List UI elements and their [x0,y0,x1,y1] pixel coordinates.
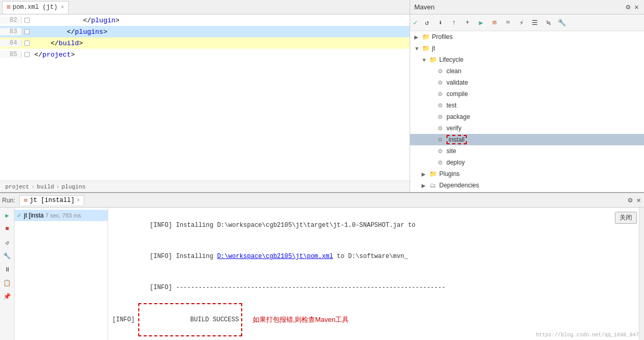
run-copy-btn[interactable]: 📋 [2,277,13,289]
maven-check-icon: ✓ [413,18,417,27]
breadcrumb: project › build › plugins [0,181,410,192]
console-line-2: [INFO] Installing D:\workspace\cgb2105\j… [112,241,640,272]
tree-arrow-dependencies: ▶ [422,183,429,188]
line-code-84: </build> [32,39,83,47]
run-panel: Run: m jt [install] × ⚙ ✕ ▶ ■ ↺ 🔧 ⏸ 📋 📌 … [0,192,644,340]
editor-content: 82 </plugin> 83 [0,15,410,181]
console-line-1: [INFO] Installing D:\workspace\cgb2105\j… [112,210,640,241]
run-label: Run: [2,197,15,204]
tree-item-package[interactable]: ⚙ package [410,111,644,123]
tree-item-test[interactable]: ⚙ test [410,100,644,111]
gutter-icon-84 [24,40,30,46]
maven-parallel-btn[interactable]: ≈ [502,17,514,29]
gear-icon-verify: ⚙ [436,125,444,132]
maven-panel: Maven ⚙ ✕ ✓ ↺ ⬇ ↑ + ▶ m ≈ ⚡ ☰ ≒ 🔧 ▶ � [410,0,644,192]
line-number-84: 84 [0,39,22,47]
breadcrumb-item-project: project [5,184,29,190]
run-tab-bar: Run: m jt [install] × ⚙ ✕ [0,193,644,208]
run-tree-item-install[interactable]: ✓ jt [insta 7 sec, 783 ms [15,210,108,221]
breadcrumb-item-build: build [37,184,54,190]
console-line-build-success: [INFO] BUILD SUCCESS 如果打包报错,则检查Maven工具 [112,303,640,336]
maven-tree: ▶ 📁 Profiles ▼ 📁 jt ▼ 📁 Lifecycle ⚙ clea… [410,31,644,192]
maven-toolbar: ✓ ↺ ⬇ ↑ + ▶ m ≈ ⚡ ☰ ≒ 🔧 [410,15,644,31]
tree-arrow-profiles: ▶ [414,34,422,40]
gear-icon-install: ⚙ [436,136,444,143]
pom-link[interactable]: D:\workspace\cgb2105\jt\pom.xml [217,253,333,260]
console-line-3: [INFO] ---------------------------------… [112,272,640,303]
tab-bar: m pom.xml (jt) × [0,0,410,15]
tree-label-deploy: deploy [446,159,465,166]
folder-icon-lifecycle: 📁 [429,56,437,63]
maven-run-btn[interactable]: ▶ [475,17,487,29]
maven-settings-icon[interactable]: ⚙ [625,2,631,12]
console-scrollbar[interactable] [639,208,644,340]
run-tab-install[interactable]: m jt [install] × [19,195,84,205]
tree-item-compile[interactable]: ⚙ compile [410,88,644,100]
tree-item-verify[interactable]: ⚙ verify [410,123,644,134]
maven-download-btn[interactable]: ⬇ [434,17,446,29]
tree-label-site: site [446,147,456,155]
maven-list-btn[interactable]: ☰ [529,17,541,29]
tree-label-dependencies: Dependencies [439,182,479,189]
tree-label-verify: verify [446,125,462,132]
run-left-toolbar: ▶ ■ ↺ 🔧 ⏸ 📋 📌 [0,208,15,340]
tree-item-profiles[interactable]: ▶ 📁 Profiles [410,31,644,43]
tree-label-package: package [446,113,470,120]
tree-item-site[interactable]: ⚙ site [410,145,644,157]
maven-title: Maven [414,3,435,11]
editor-line-83: 83 </plugins> [0,26,410,37]
run-close-icon[interactable]: ✕ [636,195,642,205]
maven-up-btn[interactable]: ↑ [448,17,460,29]
breadcrumb-item-plugins: plugins [61,184,85,190]
tree-label-validate: validate [446,79,468,86]
run-play-btn[interactable]: ▶ [2,210,13,221]
annotation-text: 如果打包报错,则检查Maven工具 [253,315,349,325]
maven-close-icon[interactable]: ✕ [634,2,640,12]
tree-label-lifecycle: Lifecycle [439,56,464,63]
folder-icon-dependencies: 🗂 [429,182,437,189]
line-code-83: </plugins> [32,28,107,36]
editor-tab[interactable]: m pom.xml (jt) × [2,1,69,13]
console-panel: [INFO] Installing D:\workspace\cgb2105\j… [108,208,644,340]
maven-wrench-btn[interactable]: 🔧 [556,17,568,29]
tree-item-plugins[interactable]: ▶ 📁 Plugins [410,168,644,180]
tree-label-clean: clean [446,67,462,75]
run-tree-item-label: jt [insta 7 sec, 783 ms [24,212,81,219]
run-tabs: Run: m jt [install] × [2,195,84,205]
gear-icon-compile: ⚙ [436,90,444,98]
maven-refresh-btn[interactable]: ↺ [420,17,433,29]
tree-label-profiles: Profiles [432,33,453,40]
tree-item-dependencies[interactable]: ▶ 🗂 Dependencies [410,180,644,191]
run-tab-close[interactable]: × [76,198,80,203]
line-number-83: 83 [0,28,22,35]
line-gutter-85 [22,52,32,57]
editor-line-84: 84 </build> [0,37,410,49]
tree-item-jt[interactable]: ▼ 📁 jt [410,43,644,54]
success-icon: ✓ [17,212,22,219]
maven-sort-btn[interactable]: ≒ [542,17,555,29]
tree-label-compile: compile [446,90,468,98]
tree-item-validate[interactable]: ⚙ validate [410,77,644,88]
editor-line-85: 85 </project> [0,49,410,60]
run-pause-btn[interactable]: ⏸ [2,264,13,275]
tree-item-clean[interactable]: ⚙ clean [410,65,644,77]
maven-add-btn[interactable]: + [461,17,474,29]
tree-arrow-jt: ▼ [414,46,422,51]
tab-close-button[interactable]: × [61,4,64,10]
build-success-text: BUILD SUCCESS [187,316,239,323]
gear-icon-test: ⚙ [436,102,444,109]
maven-lightning-btn[interactable]: ⚡ [515,17,528,29]
tree-item-lifecycle[interactable]: ▼ 📁 Lifecycle [410,54,644,65]
close-button[interactable]: 关闭 [615,212,637,224]
run-wrench-btn[interactable]: 🔧 [2,250,13,262]
run-restart-btn[interactable]: ↺ [2,237,13,248]
run-pin-btn[interactable]: 📌 [2,291,13,302]
tree-item-install[interactable]: ⚙ install [410,134,644,145]
folder-icon-jt: 📁 [422,45,430,52]
run-settings-icon[interactable]: ⚙ [627,195,633,205]
maven-m-btn[interactable]: m [488,17,501,29]
build-success-box: BUILD SUCCESS [138,303,242,336]
tree-item-deploy[interactable]: ⚙ deploy [410,157,644,168]
run-stop-btn[interactable]: ■ [2,223,13,235]
gear-icon-validate: ⚙ [436,79,444,86]
